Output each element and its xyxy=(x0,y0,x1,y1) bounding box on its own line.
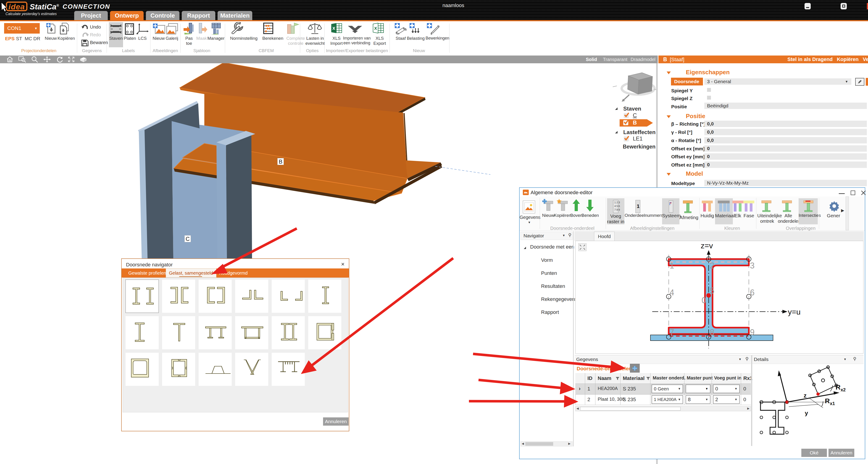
svg-text:z=v: z=v xyxy=(701,241,713,250)
svg-text:0: 0 xyxy=(702,296,706,305)
svg-text:y: y xyxy=(805,410,808,416)
svg-text:4 5 6: 4 5 6 xyxy=(614,205,620,207)
svg-text:x1: x1 xyxy=(830,401,835,406)
svg-text:x2: x2 xyxy=(841,387,846,392)
svg-text:7 8 9: 7 8 9 xyxy=(614,208,620,211)
svg-text:1: 1 xyxy=(670,261,674,270)
svg-text:R: R xyxy=(836,383,841,391)
svg-text:1: 1 xyxy=(637,203,640,209)
svg-text:8: 8 xyxy=(710,328,714,337)
svg-text:6: 6 xyxy=(750,288,754,297)
svg-text:1 2 3: 1 2 3 xyxy=(614,201,620,204)
svg-text:3: 3 xyxy=(750,261,754,270)
svg-text:5: 5 xyxy=(710,286,714,295)
svg-text:4: 4 xyxy=(670,288,674,297)
svg-text:7: 7 xyxy=(670,328,674,337)
svg-text:x: x xyxy=(332,25,335,31)
svg-text:y=u: y=u xyxy=(788,308,801,316)
svg-text:R: R xyxy=(825,397,830,405)
svg-text:2: 2 xyxy=(710,261,714,270)
svg-text:9: 9 xyxy=(750,328,754,337)
svg-text:z: z xyxy=(804,392,807,399)
svg-text:x: x xyxy=(374,25,377,31)
